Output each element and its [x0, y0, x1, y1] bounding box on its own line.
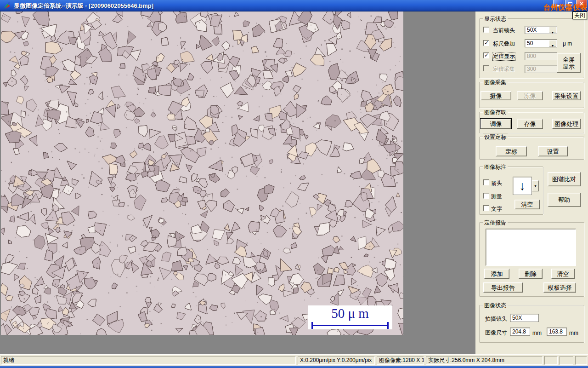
report-clear-button[interactable]: 清空 [551, 269, 575, 279]
status-bar: 就绪 X:0.200μm/pix Y:0.200μm/pix 图像像素:1280… [0, 354, 588, 366]
fixed-display-label: 定倍显示 [493, 52, 515, 60]
arrow-label: 箭头 [491, 179, 502, 187]
ruler-value-select[interactable]: 50 ▼ [525, 39, 557, 47]
status-pixels: 图像像素:1280 X 1024 [377, 356, 424, 365]
fixed-capture-checkbox [483, 65, 489, 71]
status-resolution: X:0.200μm/pix Y:0.200μm/pix [298, 356, 375, 365]
fixed-display-field: 800 [525, 52, 557, 60]
status-actual-size: 实际尺寸:256.0mm X 204.8mm [426, 356, 543, 365]
atlas-compare-button[interactable]: 图谱比对 [548, 172, 581, 186]
group-annotation-title: 图像标注 [483, 163, 508, 171]
status-spare-2 [560, 356, 573, 365]
arrow-checkbox[interactable] [483, 179, 489, 185]
template-select-button[interactable]: 模板选择 [543, 282, 576, 293]
image-viewport: 50 μ m [0, 12, 475, 354]
current-lens-select[interactable]: 50X ▼ [525, 26, 557, 34]
scale-bar-tick-right [387, 322, 389, 329]
current-lens-label: 当前镜头 [493, 27, 515, 34]
group-report: 定倍报告 添加 删除 清空 导出报告 模板选择 [479, 222, 584, 297]
measure-checkbox[interactable] [483, 193, 489, 199]
freeze-button: 冻像 [517, 91, 543, 100]
calibrate-button[interactable]: 定标 [496, 146, 527, 156]
text-label: 文字 [491, 205, 502, 213]
arrow-style-preview: ↓ [513, 177, 532, 195]
group-image-status-title: 图像状态 [483, 302, 508, 310]
image-height-unit: mm [569, 330, 578, 336]
shoot-button[interactable]: 摄像 [481, 91, 511, 100]
save-image-button[interactable]: 存像 [517, 119, 543, 129]
group-capture-title: 图像采集 [483, 79, 508, 86]
arrow-style-select[interactable]: ↓ ▼ [513, 177, 539, 195]
close-tooltip: 关闭 [572, 12, 587, 19]
group-image-status: 图像状态 拍摄镜头 50X 图像尺寸 204.8 mm 163.8 mm [479, 305, 584, 343]
group-display-status-title: 显示状态 [483, 15, 508, 23]
load-image-button[interactable]: 调像 [481, 119, 511, 129]
report-list[interactable] [486, 229, 576, 266]
annotation-clear-button[interactable]: 清空 [514, 200, 540, 209]
scale-bar-line [311, 325, 389, 326]
ruler-unit-label: μ m [563, 40, 572, 47]
status-spare-1 [544, 356, 558, 365]
shoot-lens-value: 50X [510, 314, 539, 322]
chevron-down-icon[interactable]: ▼ [549, 40, 556, 46]
fullscreen-button[interactable]: 全屏显示 [557, 53, 581, 73]
current-lens-checkbox[interactable] [483, 27, 489, 33]
status-spare-3 [575, 356, 587, 365]
text-checkbox[interactable] [483, 205, 489, 211]
scale-bar-overlay: 50 μ m [308, 305, 392, 329]
shoot-lens-label: 拍摄镜头 [485, 315, 507, 323]
image-size-label: 图像尺寸 [485, 329, 507, 337]
image-width-value: 204.8 [510, 328, 530, 336]
report-add-button[interactable]: 添加 [484, 269, 509, 279]
calibration-settings-button[interactable]: 设置 [538, 146, 568, 156]
chevron-down-icon[interactable]: ▼ [549, 27, 556, 33]
fixed-display-checkbox[interactable] [483, 52, 489, 58]
ruler-overlay-label: 标尺叠加 [493, 40, 515, 48]
microscope-image [1, 12, 403, 335]
help-button[interactable]: 帮助 [548, 193, 581, 207]
scale-bar-label: 50 μ m [308, 306, 392, 321]
group-annotation: 图像标注 箭头 ↓ ▼ 测量 清空 文字 [479, 167, 543, 215]
fixed-capture-label: 定倍采集 [493, 65, 515, 73]
window-title: 显微图像定倍系统--演示版 - [20090602055646.bmp] [14, 2, 153, 10]
vendor-watermark: 台州仪器仪表 [543, 3, 588, 12]
report-delete-button[interactable]: 删除 [519, 269, 543, 279]
status-ready: 就绪 [1, 356, 296, 365]
capture-settings-button[interactable]: 采集设置 [552, 91, 581, 100]
measure-label: 测量 [491, 193, 502, 201]
title-bar: 显微图像定倍系统--演示版 - [20090602055646.bmp] × [0, 0, 588, 12]
image-width-unit: mm [532, 330, 542, 336]
scale-bar-tick-left [311, 322, 313, 329]
bottom-edge [0, 366, 588, 368]
group-calibration: 设置定标 [479, 137, 584, 160]
app-icon [3, 2, 11, 9]
export-report-button[interactable]: 导出报告 [483, 282, 523, 293]
image-process-button[interactable]: 图像处理 [552, 119, 581, 129]
image-height-value: 163.8 [547, 328, 567, 336]
control-panel: 显示状态 当前镜头 50X ▼ 标尺叠加 50 ▼ μ m 定倍显示 800 定… [475, 12, 588, 354]
group-report-title: 定倍报告 [483, 219, 508, 227]
ruler-overlay-checkbox[interactable] [483, 40, 489, 46]
group-storage-title: 图像存取 [483, 109, 508, 116]
group-calibration-title: 设置定标 [483, 133, 508, 141]
chevron-down-icon[interactable]: ▼ [532, 180, 539, 191]
fixed-capture-field: 300 [525, 65, 557, 73]
